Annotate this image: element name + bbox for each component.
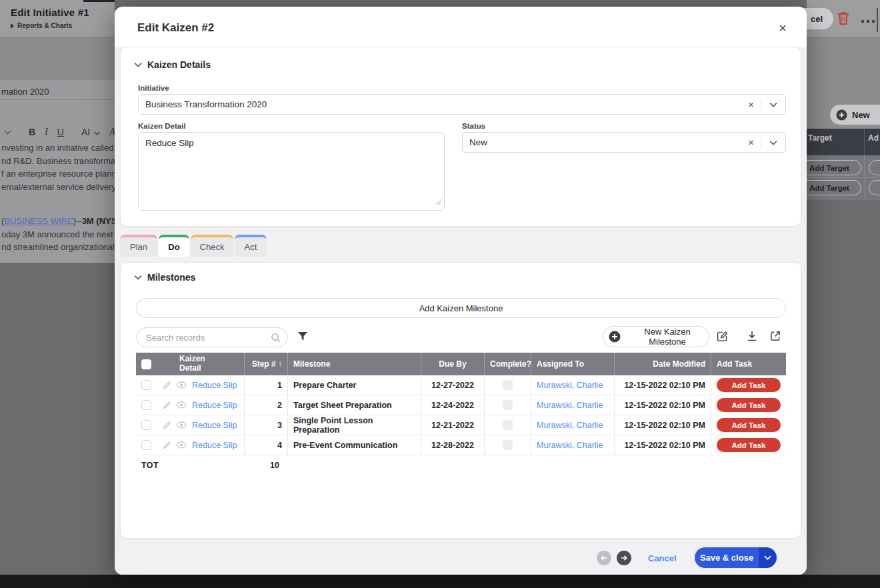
add-kaizen-milestone-button[interactable]: Add Kaizen Milestone [136,298,786,318]
kaizen-detail-link[interactable]: Reduce Slip [192,441,237,450]
date-modified-cell: 12-15-2022 02:10 PM [614,435,711,455]
add-target-button[interactable] [869,180,880,195]
search-input[interactable] [146,333,271,343]
edit-kaizen-modal: Edit Kaizen #2 × Kaizen Details Initiati… [115,7,807,575]
edit-pencil-icon[interactable] [162,441,171,450]
add-task-button[interactable]: Add Task [717,378,781,392]
more-options-icon[interactable] [860,15,876,27]
view-eye-icon[interactable] [176,421,187,429]
step-cell: 1 [244,375,287,395]
assigned-to-link[interactable]: Murawski, Charlie [537,421,603,430]
row-checkbox[interactable] [141,440,151,450]
clear-icon[interactable]: × [741,137,761,147]
add-target-button[interactable]: Add Target [797,180,861,195]
kaizen-detail-link[interactable]: Reduce Slip [192,381,237,390]
font-size-button[interactable]: AI [81,127,90,137]
column-milestone[interactable]: Milestone [287,353,421,375]
close-icon[interactable]: × [779,21,787,35]
bg-header-band [0,0,115,37]
edit-pencil-icon[interactable] [162,381,171,390]
assigned-to-link[interactable]: Murawski, Charlie [537,401,603,410]
add-task-button[interactable]: Add Task [717,398,781,412]
breadcrumb[interactable]: Reports & Charts [11,22,72,29]
complete-checkbox[interactable] [503,400,513,410]
date-modified-cell: 12-15-2022 02:10 PM [614,395,711,415]
tab-act[interactable]: Act [235,235,267,257]
column-due-by[interactable]: Due By [421,353,484,375]
edit-pencil-icon[interactable] [162,421,171,430]
bg-page-title: Edit Initiative #1 [11,7,89,18]
assigned-to-link[interactable]: Murawski, Charlie [537,381,603,390]
kaizen-detail-link[interactable]: Reduce Slip [192,421,237,430]
select-all-checkbox[interactable] [141,359,151,369]
view-eye-icon[interactable] [176,441,187,449]
add-target-button[interactable] [869,160,880,175]
tab-plan[interactable]: Plan [120,235,157,257]
business-wire-link[interactable]: BUSINESS WIRE [4,216,73,226]
tab-do[interactable]: Do [159,235,189,257]
initiative-input[interactable] [139,95,741,114]
underline-button[interactable]: U [57,127,64,137]
table-row: Reduce Slip 2 Target Sheet Preparation 1… [136,395,786,415]
bg-dim-area [807,200,880,588]
due-by-cell: 12-27-2022 [421,375,484,395]
chevron-down-icon[interactable] [4,130,11,135]
row-checkbox[interactable] [141,400,151,410]
add-task-button[interactable]: Add Task [717,438,781,452]
complete-checkbox[interactable] [503,440,513,450]
total-step-value: 10 [244,455,287,475]
milestone-cell: Prepare Charter [287,375,421,395]
step-cell: 3 [244,415,287,435]
bg-dim-area [0,264,115,588]
chevron-down-icon[interactable] [761,140,785,145]
milestones-section-header[interactable]: Milestones [134,272,195,283]
row-checkbox[interactable] [141,420,151,430]
milestone-cell: Single Point Lesson Preparation [287,415,421,435]
kaizen-details-section-header[interactable]: Kaizen Details [134,59,211,70]
column-divider [864,129,865,155]
add-task-button[interactable]: Add Task [717,418,781,432]
resize-grip-icon[interactable] [435,196,442,208]
trash-icon[interactable] [837,11,850,29]
view-eye-icon[interactable] [176,401,187,409]
step-cell: 2 [244,395,287,415]
chevron-down-icon[interactable] [761,102,785,107]
clear-icon[interactable]: × [741,99,761,109]
kaizen-detail-link[interactable]: Reduce Slip [192,401,237,410]
column-date-modified[interactable]: Date Modified [614,353,711,375]
status-label: Status [462,122,485,130]
chevron-down-icon[interactable] [94,126,100,138]
ad-column-header: Ad [868,133,879,143]
column-step[interactable]: Step # ↑ [244,353,287,375]
bold-button[interactable]: B [29,127,35,137]
edit-columns-icon[interactable] [716,330,729,343]
next-record-button[interactable] [617,551,631,565]
previous-record-button[interactable] [597,551,611,565]
download-icon[interactable] [746,330,758,342]
view-eye-icon[interactable] [176,381,187,389]
edit-pencil-icon[interactable] [162,401,171,410]
status-select: × [462,132,786,153]
column-complete[interactable]: Complete? [484,353,531,375]
new-target-button[interactable]: New [830,105,880,125]
milestone-rows: Reduce Slip 1 Prepare Charter 12-27-2022… [136,375,786,455]
background-page-right: Target Ad Add Target Add Target cel [807,0,880,588]
new-kaizen-milestone-button[interactable]: New Kaizen Milestone [603,326,709,347]
column-assigned-to[interactable]: Assigned To [531,353,614,375]
filter-icon[interactable] [297,331,308,344]
date-modified-cell: 12-15-2022 02:10 PM [614,415,711,435]
cancel-button[interactable]: Cancel [648,553,677,563]
external-link-icon[interactable] [769,330,781,342]
chevron-down-icon [134,62,142,67]
add-target-button[interactable]: Add Target [797,160,861,175]
row-checkbox[interactable] [141,380,151,390]
assigned-to-link[interactable]: Murawski, Charlie [537,441,603,450]
status-input[interactable] [463,133,741,152]
complete-checkbox[interactable] [503,380,513,390]
complete-checkbox[interactable] [503,420,513,430]
italic-button[interactable]: I [45,127,48,137]
kaizen-detail-textarea[interactable]: Reduce Slip [139,133,444,210]
kaizen-details-card: Kaizen Details Initiative × Kaizen Detai… [120,47,801,227]
save-and-close-button[interactable]: Save & close [695,547,759,568]
tab-check[interactable]: Check [191,235,233,257]
